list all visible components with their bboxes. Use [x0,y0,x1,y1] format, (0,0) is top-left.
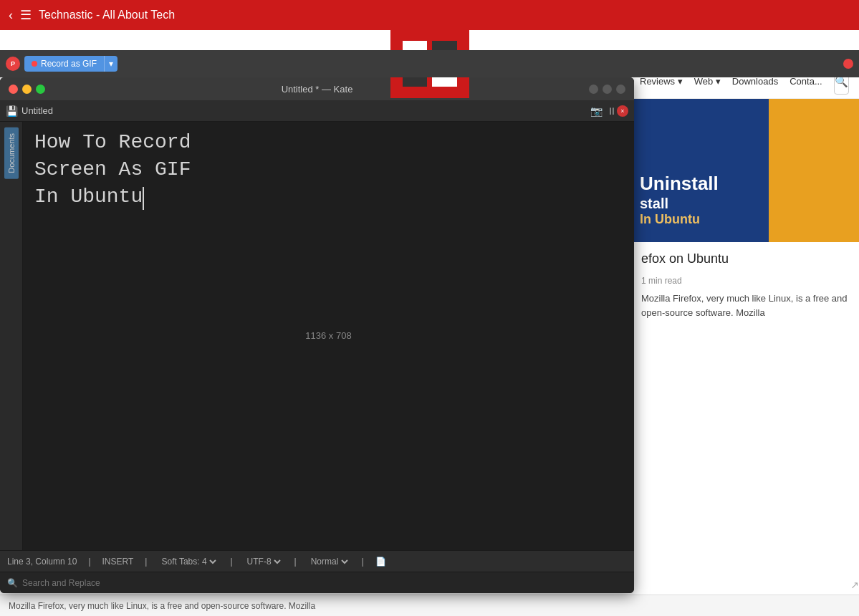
bottom-bar: Mozilla Firefox, very much like Linux, i… [0,595,859,616]
gif-dropdown-button[interactable]: ▾ [104,56,117,72]
editor-line-1: How To Record [34,129,623,156]
kate-editor[interactable]: How To Record Screen As GIF In Ubuntu 11… [23,122,634,550]
kate-right-controls [589,85,625,94]
kate-statusbar: Line 3, Column 10 | INSERT | Soft Tabs: … [0,550,634,572]
kate-ctrl-3[interactable] [616,85,625,94]
right-panel: Reviews ▾ Web ▾ Downloads Conta... 🔍 Uni… [633,64,859,616]
pause-icon: ⏸ [607,105,617,117]
kate-window-title: Untitled * — Kate [282,84,353,95]
article-img-line3: In Ubuntu [640,212,852,228]
status-divider-4: | [294,557,297,567]
minimize-button[interactable] [22,85,32,94]
article-img-overlay: Uninstall stall In Ubuntu [640,173,852,228]
record-gif-button[interactable]: Record as GIF [24,56,104,72]
pika-icon: P [6,57,20,71]
kate-sidebar: Documents [0,122,23,550]
syntax-dropdown[interactable]: Normal [308,556,350,567]
sidebar-tab-documents[interactable]: Documents [4,127,19,179]
close-button[interactable] [9,85,18,94]
editor-line-3: In Ubuntu [34,183,623,211]
dimensions-overlay: 1136 x 708 [305,329,351,342]
search-input[interactable] [22,578,165,588]
kate-ctrl-2[interactable] [603,85,612,94]
gif-recorder-bar: P Record as GIF ▾ [0,50,859,77]
cursor-position: Line 3, Column 10 [7,557,77,567]
camera-icon: 📷 [590,105,603,117]
encoding-dropdown[interactable]: UTF-8 [244,556,283,567]
record-dot [32,61,37,67]
article-img-line2: stall [640,195,852,212]
nav-reviews[interactable]: Reviews ▾ [640,76,683,87]
kate-searchbar: 🔍 [0,572,634,593]
syntax-selector[interactable]: Normal [308,556,350,567]
soft-tabs-dropdown[interactable]: Soft Tabs: 4 [158,556,219,567]
maximize-button[interactable] [36,85,45,94]
nav-web[interactable]: Web ▾ [694,76,721,87]
tab-right-icons: 📷 ⏸ [590,105,617,117]
article-img-line1: Uninstall [640,173,852,195]
tab-close-button[interactable]: × [617,105,628,117]
record-gif-label: Record as GIF [41,59,97,69]
encoding-selector[interactable]: UTF-8 [244,556,283,567]
nav-downloads[interactable]: Downloads [732,76,778,87]
resize-handle[interactable] [846,580,859,593]
tab-save-icon: 💾 [6,105,18,117]
status-divider-5: | [362,557,364,567]
editor-container: Documents How To Record Screen As GIF In… [0,122,634,550]
status-divider-2: | [145,557,147,567]
status-divider-1: | [88,557,90,567]
status-divider-3: | [230,557,232,567]
article-title: efox on Ubuntu [633,242,859,276]
kate-tabbar: 💾 Untitled 📷 ⏸ × [0,100,634,122]
file-icon: 📄 [375,557,386,567]
article-image: Uninstall stall In Ubuntu [633,99,859,242]
website-title: Technastic - All About Tech [39,9,175,21]
kate-ctrl-1[interactable] [589,85,598,94]
back-button[interactable]: ‹ [9,8,13,23]
editor-line-2: Screen As GIF [34,156,623,183]
kate-titlebar: Untitled * — Kate [0,77,634,100]
cursor [143,187,144,210]
traffic-lights [9,85,45,94]
soft-tabs-selector[interactable]: Soft Tabs: 4 [158,556,219,567]
kate-window: Untitled * — Kate 💾 Untitled 📷 ⏸ × Docum… [0,77,634,593]
gif-close-button[interactable] [843,59,853,69]
bottom-status-text: Mozilla Firefox, very much like Linux, i… [9,601,315,611]
search-icon: 🔍 [7,578,18,588]
article-meta: 1 min read [633,276,859,286]
article-excerpt: Mozilla Firefox, very much like Linux, i… [633,286,859,325]
menu-icon[interactable]: ☰ [20,7,32,23]
tab-label: Untitled [21,105,590,116]
edit-mode: INSERT [102,557,134,567]
nav-contact[interactable]: Conta... [790,76,822,87]
website-topbar: ‹ ☰ Technastic - All About Tech [0,0,859,30]
